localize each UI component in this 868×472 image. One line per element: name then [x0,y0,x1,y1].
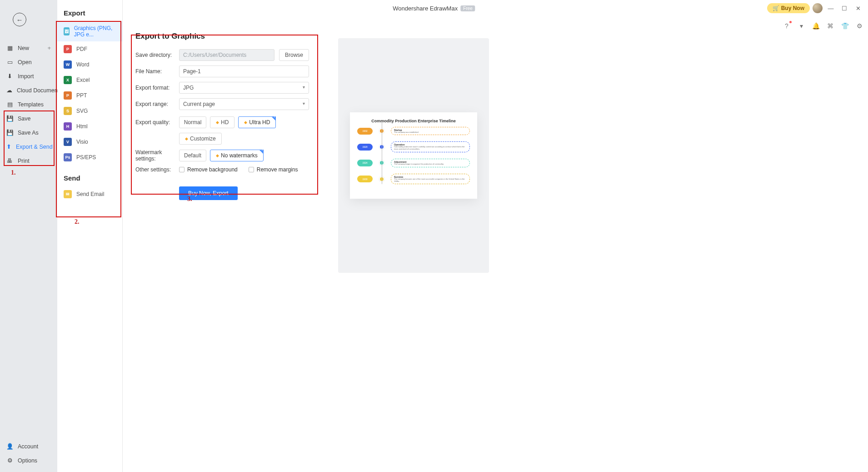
export-item-label: Send Email [76,191,104,197]
templates-icon: ▤ [6,101,13,108]
nav-new[interactable]: ▦New+ [0,41,57,55]
nav-save[interactable]: 💾Save [0,111,57,126]
title-bar: Wondershare EdrawMax Free 🛒 Buy Now — ☐ … [0,0,868,16]
preview-pane: Commodity Production Enterprise Timeline… [338,38,489,273]
export-pdf[interactable]: PPDF [57,41,122,57]
remove-margins-option[interactable]: Remove margins [249,166,298,173]
maximize-button[interactable]: ☐ [839,3,850,14]
quality-hd[interactable]: ◆HD [210,116,234,128]
diamond-icon: ◆ [244,120,247,125]
remove-margins-label: Remove margins [257,166,298,173]
export-pseps[interactable]: PsPS/EPS [57,150,122,165]
format-select[interactable]: JPG [179,82,309,94]
export-item-label: Word [76,61,89,68]
nav-label: Templates [18,101,44,108]
save-icon: 💾 [6,115,13,122]
pdf-icon: P [64,45,72,53]
ppt-icon: P [64,91,72,100]
annotation-label-2: 2. [75,218,80,226]
remove-bg-label: Remove background [187,166,238,173]
nav-cloud[interactable]: ☁Cloud Documents [0,83,57,97]
export-excel[interactable]: XExcel [57,72,122,88]
print-icon: 🖶 [6,157,13,164]
nowm-label: No watermarks [221,152,258,159]
export-graphics[interactable]: 🖼Graphics (PNG, JPG e... [57,21,122,41]
minimize-button[interactable]: — [825,3,836,14]
grid-icon[interactable]: ⌘ [826,22,834,30]
range-label: Export range: [135,101,179,107]
timeline: 1902StartupThe company was established19… [357,127,470,185]
help-icon[interactable]: ? [783,22,791,30]
tshirt-icon[interactable]: 👕 [841,22,849,30]
export-item-label: SVG [76,108,88,114]
save-dir-field: C:/Users/User/Documents [179,49,274,61]
desc-box: SuccessThe company became one of the mos… [391,174,470,185]
export-ppt[interactable]: PPPT [57,88,122,103]
plus-icon[interactable]: + [47,45,51,51]
export-item-label: PS/EPS [76,154,96,161]
close-button[interactable]: ✕ [853,3,863,14]
check-corner-icon [259,150,264,154]
quality-label: Export quality: [135,119,179,126]
quality-customize[interactable]: ◆Customize [179,133,222,145]
quality-ultra-hd[interactable]: ◆Ultra HD [238,116,276,128]
export-item-label: PDF [76,46,87,52]
diamond-icon: ◆ [216,153,219,158]
nav-import[interactable]: ⬇Import [0,69,57,83]
remove-bg-option[interactable]: Remove background [179,166,238,173]
range-select[interactable]: Current page [179,98,309,110]
html-icon: H [64,122,72,131]
nav-label: Save As [18,130,39,136]
watermark-none[interactable]: ◆No watermarks [210,150,264,161]
back-button[interactable]: ← [13,13,26,26]
export-item-label: Html [76,123,88,130]
desc-text: Commodity production wasn't carefully ca… [394,146,467,151]
app-title: Wondershare EdrawMax [393,5,458,12]
nav-templates[interactable]: ▤Templates [0,97,57,111]
save-dir-label: Save directory: [135,52,179,58]
checkbox-icon [179,167,185,172]
person-icon: 👤 [6,443,13,450]
bell-icon[interactable]: 🔔 [812,22,820,30]
chevron-down-icon[interactable]: ▾ [797,22,805,30]
watermark-default[interactable]: Default [179,150,206,161]
diamond-icon: ◆ [216,120,219,125]
export-visio[interactable]: VVisio [57,134,122,150]
export-svg[interactable]: SSVG [57,103,122,119]
export-word[interactable]: WWord [57,57,122,72]
annotation-label-1: 1. [11,169,16,176]
nav-label: Import [18,73,34,80]
export-form-title: Export to Graphics [135,32,317,41]
nav-label: Options [18,457,37,464]
quality-normal[interactable]: Normal [179,116,206,128]
buy-now-button[interactable]: 🛒 Buy Now [767,3,810,13]
nav-account[interactable]: 👤Account [0,439,57,453]
year-pill: 1924 [357,160,373,166]
year-pill: 1902 [357,128,373,135]
import-icon: ⬇ [6,73,13,80]
year-pill: 1920 [357,144,373,151]
nav-options[interactable]: ⚙Options [0,453,57,467]
send-email[interactable]: ✉Send Email [57,186,122,202]
watermark-label: Watermark settings: [135,149,179,162]
export-panel: Export 🖼Graphics (PNG, JPG e... PPDF WWo… [57,0,123,472]
annotation-label-3: 3. [187,196,192,203]
mail-icon: ✉ [64,190,72,198]
timeline-row: 1920OperationCommodity production wasn't… [357,141,470,152]
ps-icon: Ps [64,153,72,161]
preview-title: Commodity Production Enterprise Timeline [357,119,470,123]
check-corner-icon [271,116,276,121]
export-html[interactable]: HHtml [57,119,122,134]
filename-field[interactable]: Page-1 [179,65,309,77]
nav-export-send[interactable]: ⬆Export & Send [0,140,57,154]
hd-label: HD [221,119,229,126]
avatar[interactable] [813,3,823,13]
nav-print[interactable]: 🖶Print [0,154,57,168]
other-label: Other settings: [135,166,179,173]
nav-save-as[interactable]: 💾Save As [0,126,57,140]
nav-open[interactable]: ▭Open [0,55,57,69]
format-label: Export format: [135,85,179,91]
left-nav: ← ▦New+ ▭Open ⬇Import ☁Cloud Documents ▤… [0,0,57,472]
browse-button[interactable]: Browse [279,49,309,61]
gear-icon[interactable]: ⚙ [855,22,863,30]
